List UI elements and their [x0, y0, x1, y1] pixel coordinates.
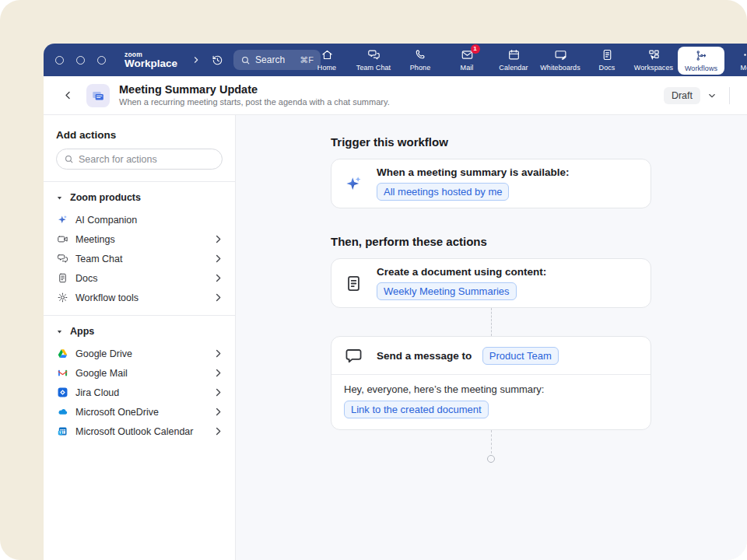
- message-body[interactable]: Hey, everyone, here’s the meeting summar…: [331, 374, 651, 429]
- sidebar-item-jira-cloud[interactable]: Jira Cloud: [44, 383, 235, 402]
- meetings-icon: [57, 233, 68, 245]
- unread-badge: 1: [471, 44, 480, 54]
- sidebar-item-meetings[interactable]: Meetings: [44, 229, 235, 249]
- document-icon: [344, 274, 363, 293]
- workflow-header: Meeting Summary Update When a recurring …: [44, 76, 747, 115]
- message-recipient-pill[interactable]: Product Team: [482, 347, 559, 365]
- main-nav: HomeTeam ChatPhone1MailCalendarWhiteboar…: [303, 44, 747, 76]
- sidebar-item-ai-companion[interactable]: AI Companion: [44, 210, 235, 229]
- trigger-card[interactable]: When a meeting summary is available: All…: [331, 159, 651, 208]
- sidebar-item-label: Docs: [75, 273, 205, 284]
- more-icon: [742, 48, 747, 61]
- chevron-right-icon: [212, 253, 224, 264]
- window-control-dot[interactable]: [55, 56, 64, 65]
- phone-icon: [414, 48, 427, 61]
- nav-item-label: Team Chat: [356, 64, 391, 72]
- send-message-text: Send a message to: [377, 350, 472, 362]
- nav-item-label: Mail: [461, 64, 474, 72]
- logo-zoom-text: zoom: [124, 51, 177, 58]
- search-input[interactable]: [79, 154, 215, 165]
- page-title: Meeting Summary Update: [119, 82, 390, 96]
- nav-item-label: Phone: [410, 64, 431, 72]
- triangle-down-icon: [56, 194, 63, 201]
- nav-item-calendar[interactable]: Calendar: [490, 44, 537, 76]
- actions-heading: Then, perform these actions: [331, 235, 747, 248]
- sidebar-item-microsoft-outlook-calendar[interactable]: Microsoft Outlook Calendar: [44, 422, 235, 441]
- header-divider: [729, 87, 730, 104]
- sidebar-item-docs[interactable]: Docs: [44, 268, 235, 288]
- home-icon: [321, 48, 334, 61]
- window-controls[interactable]: [55, 56, 106, 65]
- nav-item-label: Workspaces: [634, 64, 673, 72]
- workflows-icon: [695, 49, 708, 62]
- whiteboards-icon: [554, 48, 567, 61]
- add-step-node[interactable]: [487, 455, 495, 463]
- nav-item-home[interactable]: Home: [303, 44, 350, 76]
- sidebar-title: Add actions: [56, 129, 223, 141]
- trigger-heading: Trigger this workflow: [331, 135, 747, 149]
- calendar-icon: [507, 48, 521, 61]
- nav-item-label: Workflows: [685, 65, 717, 72]
- history-icon[interactable]: [211, 54, 224, 67]
- section-label: Zoom products: [70, 192, 141, 203]
- window-control-dot[interactable]: [97, 56, 106, 65]
- back-button[interactable]: [62, 89, 74, 101]
- docs-icon: [601, 48, 614, 61]
- section-label: Apps: [70, 326, 94, 337]
- chat-bubble-icon: [344, 346, 363, 366]
- search-icon: [240, 55, 251, 65]
- sidebar-item-label: Microsoft Outlook Calendar: [75, 426, 205, 437]
- chevron-right-icon: [212, 367, 224, 379]
- app-window: zoom Workplace Search ⌘F HomeTeam ChatPh…: [44, 44, 747, 560]
- chevron-right-icon: [212, 233, 224, 245]
- workflow-connector: [331, 308, 651, 336]
- document-content-pill[interactable]: Weekly Meeting Summaries: [377, 282, 517, 300]
- sidebar-item-microsoft-onedrive[interactable]: Microsoft OneDrive: [44, 402, 235, 422]
- nav-item-label: Home: [317, 64, 336, 72]
- status-badge[interactable]: Draft: [664, 87, 700, 104]
- window-control-dot[interactable]: [76, 56, 85, 65]
- chevron-right-icon[interactable]: [191, 55, 201, 65]
- nav-item-whiteboards[interactable]: Whiteboards: [537, 44, 584, 76]
- top-bar: zoom Workplace Search ⌘F HomeTeam ChatPh…: [44, 44, 747, 76]
- nav-item-docs[interactable]: Docs: [584, 44, 630, 76]
- search-icon: [64, 154, 74, 164]
- ai-companion-icon: [344, 174, 363, 194]
- sidebar-item-google-drive[interactable]: Google Drive: [44, 344, 235, 363]
- nav-item-workspaces[interactable]: Workspaces: [630, 44, 677, 76]
- nav-item-label: More: [741, 64, 747, 72]
- nav-item-workflows[interactable]: Workflows: [678, 47, 724, 75]
- sidebar-item-label: Meetings: [75, 234, 205, 245]
- sidebar-sections: Zoom productsAI CompanionMeetingsTeam Ch…: [44, 181, 235, 449]
- sidebar-section-zoom-products[interactable]: Zoom products: [44, 182, 235, 210]
- sidebar-item-label: Workflow tools: [75, 292, 205, 303]
- chevron-right-icon: [212, 348, 224, 359]
- google-mail-icon: [57, 367, 68, 379]
- nav-item-team-chat[interactable]: Team Chat: [350, 44, 397, 76]
- sidebar-item-google-mail[interactable]: Google Mail: [44, 363, 235, 383]
- nav-item-phone[interactable]: Phone: [397, 44, 444, 76]
- sidebar-item-workflow-tools[interactable]: Workflow tools: [44, 288, 235, 307]
- chevron-down-icon[interactable]: [707, 91, 717, 100]
- nav-item-more[interactable]: More: [725, 44, 747, 76]
- search-placeholder-text: Search: [255, 54, 285, 65]
- nav-item-mail[interactable]: 1Mail: [444, 44, 490, 76]
- create-document-card[interactable]: Create a document using content: Weekly …: [331, 258, 651, 308]
- trigger-text: When a meeting summary is available:: [377, 166, 570, 178]
- sidebar-section-apps[interactable]: Apps: [44, 316, 235, 344]
- trigger-scope-pill[interactable]: All meetings hosted by me: [377, 183, 509, 201]
- send-message-card[interactable]: Send a message to Product Team Hey, ever…: [331, 336, 651, 430]
- sidebar-item-label: Google Drive: [75, 348, 205, 359]
- sidebar-item-label: Jira Cloud: [75, 387, 205, 398]
- workspaces-icon: [647, 48, 661, 61]
- workflow-canvas: Trigger this workflow When a meeting sum…: [236, 115, 747, 560]
- nav-item-label: Calendar: [499, 64, 528, 72]
- sidebar-item-label: Google Mail: [75, 368, 205, 379]
- sidebar-item-label: Microsoft OneDrive: [75, 407, 205, 418]
- outlook-calendar-icon: [57, 425, 68, 437]
- gear-icon: [57, 292, 68, 303]
- chevron-right-icon: [212, 425, 224, 437]
- sidebar-item-team-chat[interactable]: Team Chat: [44, 249, 235, 268]
- actions-search[interactable]: [56, 149, 223, 170]
- document-link-pill[interactable]: Link to the created document: [344, 401, 489, 418]
